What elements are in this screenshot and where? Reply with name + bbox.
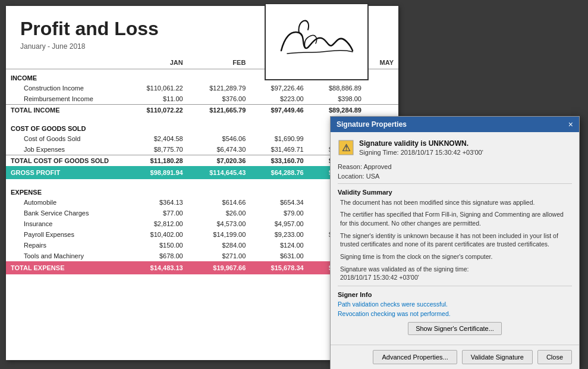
validate-signature-button[interactable]: Validate Signature bbox=[462, 350, 533, 364]
advanced-properties-button[interactable]: Advanced Properties... bbox=[373, 350, 457, 364]
signature-properties-dialog: Signature Properties × ⚠ Signature valid… bbox=[330, 116, 580, 369]
show-certificate-button[interactable]: Show Signer's Certificate... bbox=[408, 322, 502, 335]
signer-item-1: Path validation checks were successful. bbox=[338, 301, 572, 308]
dialog-titlebar: Signature Properties × bbox=[331, 117, 579, 132]
svg-text:⚠: ⚠ bbox=[342, 143, 351, 153]
dialog-body: ⚠ Signature validity is UNKNOWN. Signing… bbox=[331, 132, 579, 345]
validity-summary-header: Validity Summary bbox=[338, 189, 572, 196]
dialog-close-button[interactable]: × bbox=[568, 120, 573, 129]
close-button[interactable]: Close bbox=[537, 350, 572, 364]
dialog-footer: Advanced Properties... Validate Signatur… bbox=[331, 345, 579, 369]
dialog-title: Signature Properties bbox=[337, 120, 407, 129]
warning-icon: ⚠ bbox=[338, 139, 354, 156]
validity-item-5: Signature was validated as of the signin… bbox=[338, 265, 572, 282]
col-may: MAY bbox=[366, 57, 398, 69]
validity-unknown-text: Signature validity is UNKNOWN. bbox=[359, 139, 483, 149]
total-income-row: TOTAL INCOME $110,072.22$121,665.79$97,4… bbox=[6, 105, 398, 116]
validity-item-2: The certifier has specified that Form Fi… bbox=[338, 210, 572, 227]
col-jan: JAN bbox=[125, 57, 188, 69]
divider bbox=[338, 183, 572, 184]
signing-time: Signing Time: 2018/10/17 15:30:42 +03'00… bbox=[359, 149, 483, 156]
signer-info-header: Signer Info bbox=[338, 291, 572, 298]
table-row: Construction Income $110,061.22$121,289.… bbox=[6, 83, 398, 93]
table-row: Reimbursement Income $11.00$376.00$223.0… bbox=[6, 93, 398, 105]
signer-item-2: Revocation checking was not performed. bbox=[338, 310, 572, 317]
validity-row: ⚠ Signature validity is UNKNOWN. Signing… bbox=[338, 139, 572, 158]
divider-2 bbox=[338, 286, 572, 286]
reason-text: Reason: Approved bbox=[338, 163, 572, 170]
validity-item-3: The signer's identity is unknown because… bbox=[338, 232, 572, 249]
validity-item-4: Signing time is from the clock on the si… bbox=[338, 252, 572, 261]
validity-item-1: The document has not been modified since… bbox=[338, 198, 572, 207]
col-feb: FEB bbox=[188, 57, 251, 69]
signature-image bbox=[265, 3, 369, 80]
location-text: Location: USA bbox=[338, 173, 572, 180]
